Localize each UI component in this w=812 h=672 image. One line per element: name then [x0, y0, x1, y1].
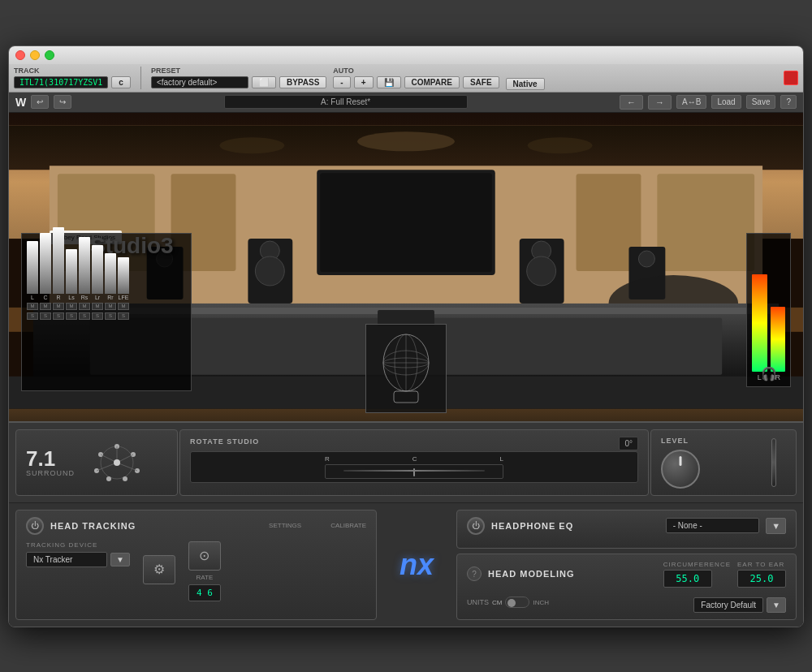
close-plugin-btn[interactable] — [784, 71, 798, 85]
native-btn[interactable]: Native — [506, 78, 545, 90]
calibrate-btn[interactable]: ⊙ — [188, 541, 221, 571]
track-row: ITL71(310717YZSV1 c — [14, 76, 131, 88]
solo-Ls[interactable]: S — [66, 312, 77, 320]
mute-Rs[interactable]: M — [79, 303, 90, 310]
svg-rect-12 — [320, 173, 492, 272]
surround-panel: 7.1 SURROUND — [15, 429, 178, 496]
right-meter-panel: L R 🎧 — [746, 233, 791, 387]
head-tracking-power[interactable]: ⏻ — [26, 517, 44, 535]
fader-bar-Lr[interactable] — [92, 245, 103, 294]
right-panels: ⏻ HEADPHONE EQ - None - ▼ ? HEAD MODELIN… — [456, 510, 797, 620]
head-tracking-panel: ⏻ HEAD TRACKING SETTINGS CALIBRATE TRACK… — [15, 510, 377, 620]
solo-Rr[interactable]: S — [105, 312, 116, 320]
fader-bar-Rs[interactable] — [79, 237, 90, 294]
save-btn[interactable]: Save — [746, 95, 776, 109]
headphone-eq-power[interactable]: ⏻ — [467, 517, 485, 535]
help-btn[interactable]: ? — [780, 95, 797, 109]
meter-fill-R — [771, 307, 786, 372]
mute-L[interactable]: M — [27, 303, 38, 310]
safe-btn[interactable]: SAFE — [463, 76, 499, 88]
head-modeling-help[interactable]: ? — [467, 566, 482, 581]
surround-info: 7.1 SURROUND — [26, 448, 75, 477]
plugin-toolbar: W ↩ ↪ A: Full Reset* ← → A↔B Load Save ? — [9, 93, 803, 113]
compare-btn[interactable]: COMPARE — [404, 76, 460, 88]
preset-display: A: Full Reset* — [224, 95, 468, 109]
level-knob[interactable] — [661, 450, 700, 489]
device-row: Nx Tracker ▼ — [26, 552, 130, 567]
solo-LFE[interactable]: S — [118, 312, 129, 320]
disk-btn[interactable]: 💾 — [377, 76, 401, 88]
fader-bar-Ls[interactable] — [66, 249, 77, 294]
rotate-title: ROTATE STUDIO — [190, 437, 259, 446]
meter-fill-L — [752, 274, 767, 372]
rotate-slider-container[interactable]: R C L — [190, 451, 638, 483]
settings-gear-btn[interactable]: ⚙ — [143, 555, 175, 584]
copy-btn[interactable]: ⬜ — [252, 76, 276, 88]
solo-Lr[interactable]: S — [92, 312, 103, 320]
close-button[interactable] — [15, 50, 25, 60]
headphone-eq-title: HEADPHONE EQ — [491, 521, 573, 531]
tracking-controls: TRACKING DEVICE Nx Tracker ▼ ⚙ ⊙ RATE 4 … — [26, 541, 366, 601]
fader-bar-LFE[interactable] — [118, 257, 129, 294]
head-tracking-header: ⏻ HEAD TRACKING SETTINGS CALIBRATE — [26, 517, 366, 535]
ab-btn[interactable]: A↔B — [676, 95, 706, 109]
mute-R[interactable]: M — [53, 303, 64, 310]
bottom-controls: 7.1 SURROUND — [9, 421, 803, 627]
mute-Ls[interactable]: M — [66, 303, 77, 310]
factory-dropdown[interactable]: Factory Default — [693, 597, 763, 613]
mute-Lr[interactable]: M — [92, 303, 103, 310]
fader-bar-L[interactable] — [27, 241, 38, 294]
circumference-group: CIRCUMFERENCE 55.0 — [663, 561, 731, 588]
circumference-value[interactable]: 55.0 — [663, 570, 712, 588]
plus-btn[interactable]: + — [354, 76, 374, 88]
cm-label: CM — [492, 599, 502, 606]
rate-label: RATE — [197, 574, 214, 581]
mute-LFE[interactable]: M — [118, 303, 129, 310]
rotate-slider-group: R C L — [325, 455, 503, 479]
units-toggle[interactable] — [505, 597, 529, 608]
load-btn[interactable]: Load — [711, 95, 741, 109]
preset-row: <factory default> ⬜ BYPASS — [151, 76, 326, 88]
solo-R[interactable]: S — [53, 312, 64, 320]
mute-C[interactable]: M — [40, 303, 51, 310]
minimize-button[interactable] — [30, 50, 40, 60]
headphone-eq-row: ⏻ HEADPHONE EQ - None - ▼ — [467, 517, 786, 535]
rotate-slider-track[interactable] — [325, 464, 503, 479]
units-factory-row: UNITS CM INCH Factory Default ▼ — [467, 592, 786, 613]
cable-icon — [771, 438, 776, 487]
fader-bar-Rr[interactable] — [105, 253, 116, 294]
solo-Rs[interactable]: S — [79, 312, 90, 320]
device-dropdown[interactable]: Nx Tracker — [26, 552, 107, 567]
headphone-eq-panel: ⏻ HEADPHONE EQ - None - ▼ — [456, 510, 797, 549]
next-preset-btn[interactable]: → — [648, 95, 672, 110]
ear-to-ear-value[interactable]: 25.0 — [737, 570, 786, 588]
head-tracking-title: HEAD TRACKING — [50, 521, 136, 531]
waves-logo: W — [15, 96, 26, 109]
undo-btn[interactable]: ↩ — [31, 95, 49, 109]
device-arrow[interactable]: ▼ — [110, 553, 130, 566]
channel-faders: L M S C M S — [27, 239, 186, 320]
redo-btn[interactable]: ↪ — [54, 95, 71, 109]
prev-preset-btn[interactable]: ← — [620, 95, 643, 110]
eq-dropdown[interactable]: - None - — [666, 518, 759, 533]
native-section: Native — [506, 66, 545, 90]
solo-C[interactable]: S — [40, 312, 51, 320]
ch-fader-LFE: LFE M S — [118, 257, 129, 320]
degree-badge: 0° — [619, 437, 638, 450]
svg-point-5 — [528, 137, 593, 153]
factory-arrow[interactable]: ▼ — [767, 597, 786, 613]
track-mode-btn[interactable]: c — [111, 76, 131, 88]
title-bar — [9, 46, 803, 64]
fader-bar-C[interactable] — [40, 233, 51, 294]
minus-btn[interactable]: - — [333, 76, 350, 88]
bypass-btn[interactable]: BYPASS — [279, 76, 326, 88]
maximize-button[interactable] — [45, 50, 54, 60]
preset-section: Preset <factory default> ⬜ BYPASS — [151, 67, 326, 88]
head-modeling-title: HEAD MODELING — [488, 569, 575, 579]
preset-dropdown[interactable]: <factory default> — [151, 76, 248, 88]
mute-Rr[interactable]: M — [105, 303, 116, 310]
eq-arrow[interactable]: ▼ — [766, 518, 786, 534]
solo-L[interactable]: S — [27, 312, 38, 320]
fader-bar-R[interactable] — [53, 227, 64, 294]
surround-value: 7.1 — [26, 448, 75, 469]
